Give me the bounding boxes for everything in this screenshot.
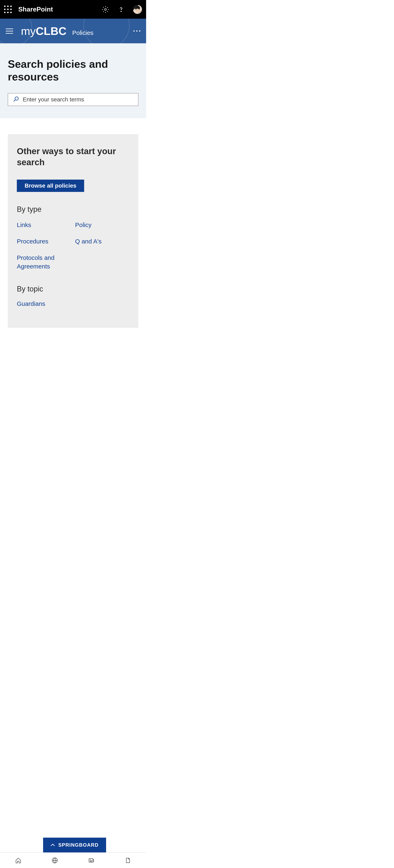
hamburger-menu-icon[interactable] xyxy=(6,29,13,34)
site-header: myCLBC Policies xyxy=(0,19,146,43)
more-options-icon[interactable] xyxy=(133,30,140,32)
type-link-links[interactable]: Links xyxy=(17,221,71,229)
page-title: Search policies and resources xyxy=(8,58,138,83)
type-link-policy[interactable]: Policy xyxy=(75,221,129,229)
type-link-procedures[interactable]: Procedures xyxy=(17,237,71,246)
type-link-qanda[interactable]: Q and A's xyxy=(75,237,129,246)
help-icon[interactable] xyxy=(118,6,125,13)
app-launcher-icon[interactable] xyxy=(4,5,12,13)
site-title[interactable]: myCLBC Policies xyxy=(21,25,93,37)
suite-nav-bar: SharePoint xyxy=(0,0,146,19)
svg-point-1 xyxy=(121,11,121,11)
site-logo-prefix: my xyxy=(21,25,36,37)
topic-link-guardians[interactable]: Guardians xyxy=(17,300,45,307)
search-section: Search policies and resources xyxy=(0,43,146,118)
site-logo-bold: CLBC xyxy=(36,25,66,37)
search-input[interactable] xyxy=(23,96,133,103)
other-ways-title: Other ways to start your search xyxy=(17,146,129,168)
site-section-label: Policies xyxy=(72,29,93,36)
avatar[interactable] xyxy=(133,5,142,14)
settings-icon[interactable] xyxy=(102,6,109,13)
by-topic-heading: By topic xyxy=(17,285,129,293)
by-type-links: Links Policy Procedures Q and A's Protoc… xyxy=(17,221,129,271)
search-icon xyxy=(13,96,19,103)
suite-nav-left: SharePoint xyxy=(4,5,53,13)
svg-point-2 xyxy=(15,97,18,100)
svg-line-3 xyxy=(14,100,15,102)
by-type-heading: By type xyxy=(17,205,129,214)
app-name[interactable]: SharePoint xyxy=(18,5,53,13)
svg-point-0 xyxy=(105,8,106,10)
type-link-protocols[interactable]: Protocols and Agreements xyxy=(17,253,71,271)
other-ways-section: Other ways to start your search Browse a… xyxy=(8,134,138,328)
browse-all-button[interactable]: Browse all policies xyxy=(17,180,84,192)
site-logo: myCLBC xyxy=(21,25,66,37)
search-box[interactable] xyxy=(8,93,138,106)
suite-nav-right xyxy=(102,5,142,14)
